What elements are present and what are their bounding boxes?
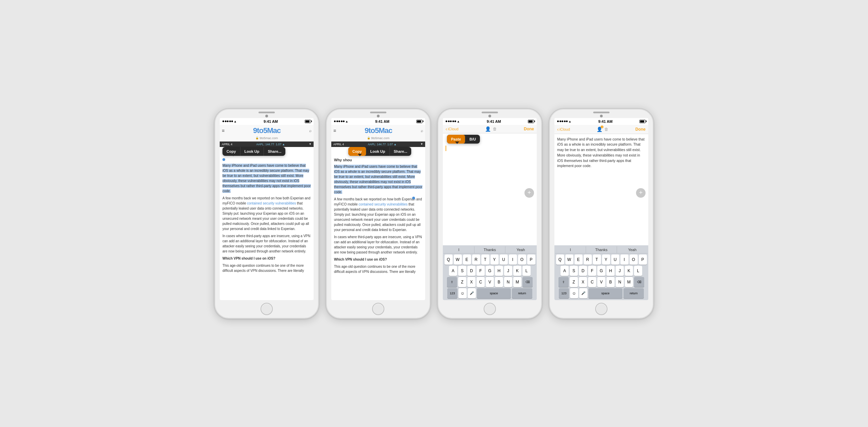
return-key[interactable]: return	[623, 288, 644, 298]
key-o[interactable]: O	[518, 254, 526, 265]
home-button[interactable]	[595, 303, 607, 315]
delete-key[interactable]: ⌫	[522, 277, 533, 287]
notes-content[interactable]: +	[443, 133, 537, 245]
key-v[interactable]: V	[486, 277, 494, 287]
key-h[interactable]: H	[495, 266, 503, 276]
person-icon[interactable]: 👤	[485, 126, 491, 132]
hamburger-icon[interactable]: ≡	[333, 128, 336, 133]
key-a[interactable]: A	[449, 266, 457, 276]
key-f[interactable]: F	[477, 266, 485, 276]
shift-key[interactable]: ⇧	[558, 277, 569, 287]
key-f[interactable]: F	[588, 266, 596, 276]
key-b[interactable]: B	[495, 277, 503, 287]
home-button[interactable]	[484, 303, 496, 315]
mic-key[interactable]: 🎤	[579, 288, 587, 298]
key-p[interactable]: P	[639, 254, 647, 265]
key-w[interactable]: W	[454, 254, 462, 265]
notes-plus-button[interactable]: +	[524, 188, 534, 198]
article-link[interactable]: contained security vulnerabilities	[358, 202, 407, 206]
space-key[interactable]: space	[477, 288, 511, 298]
notes-done-button[interactable]: Done	[524, 127, 534, 131]
key-c[interactable]: C	[477, 277, 485, 287]
mic-key[interactable]: 🎤	[468, 288, 476, 298]
share-button[interactable]: Share...	[264, 147, 286, 156]
key-t[interactable]: T	[593, 254, 601, 265]
key-z[interactable]: Z	[570, 277, 578, 287]
key-i[interactable]: I	[509, 254, 517, 265]
article-link[interactable]: contained security vulnerabilities	[247, 201, 296, 205]
home-button[interactable]	[372, 303, 384, 315]
notes-plus-button[interactable]: +	[636, 188, 646, 198]
suggestion-yeah[interactable]: Yeah	[505, 246, 536, 253]
key-m[interactable]: M	[513, 277, 521, 287]
key-d[interactable]: D	[579, 266, 587, 276]
key-r[interactable]: R	[584, 254, 592, 265]
share-button[interactable]: Share...	[390, 147, 412, 156]
key-d[interactable]: D	[467, 266, 475, 276]
shift-key[interactable]: ⇧	[447, 277, 457, 287]
address-bar[interactable]: 🔒 9to5mac.com	[331, 136, 425, 141]
emoji-key[interactable]: ☺	[570, 288, 578, 298]
key-j[interactable]: J	[616, 266, 624, 276]
trash-icon[interactable]: 🗑	[493, 127, 497, 131]
key-x[interactable]: X	[467, 277, 475, 287]
key-b[interactable]: B	[606, 277, 615, 287]
key-t[interactable]: T	[481, 254, 489, 265]
key-k[interactable]: K	[625, 266, 633, 276]
key-z[interactable]: Z	[458, 277, 466, 287]
numbers-key[interactable]: 123	[447, 288, 457, 298]
key-a[interactable]: A	[561, 266, 569, 276]
key-n[interactable]: N	[616, 277, 624, 287]
biu-button[interactable]: B/U	[465, 135, 480, 144]
key-l[interactable]: L	[522, 266, 531, 276]
notes-done-button[interactable]: Done	[635, 127, 646, 132]
return-key[interactable]: return	[512, 288, 532, 298]
key-u[interactable]: U	[500, 254, 508, 265]
key-q[interactable]: Q	[445, 254, 453, 265]
key-w[interactable]: W	[565, 254, 573, 265]
key-p[interactable]: P	[527, 254, 535, 265]
key-v[interactable]: V	[597, 277, 605, 287]
delete-key[interactable]: ⌫	[634, 277, 644, 287]
suggestion-thanks[interactable]: Thanks	[586, 246, 617, 253]
suggestion-yeah[interactable]: Yeah	[617, 246, 648, 253]
key-e[interactable]: E	[574, 254, 583, 265]
key-g[interactable]: G	[486, 266, 494, 276]
key-o[interactable]: O	[630, 254, 638, 265]
key-j[interactable]: J	[504, 266, 512, 276]
home-button[interactable]	[261, 303, 273, 315]
suggestion-i[interactable]: I	[444, 246, 474, 253]
notes-content-filled[interactable]: Many iPhone and iPad users have come to …	[554, 134, 648, 245]
notes-back-button[interactable]: ‹ iCloud	[557, 127, 570, 132]
key-k[interactable]: K	[513, 266, 521, 276]
person-badge-icon[interactable]: 👤 1	[597, 126, 602, 132]
key-s[interactable]: S	[570, 266, 578, 276]
suggestion-i[interactable]: I	[555, 246, 586, 253]
key-u[interactable]: U	[611, 254, 619, 265]
key-y[interactable]: Y	[490, 254, 499, 265]
key-c[interactable]: C	[588, 277, 596, 287]
key-m[interactable]: M	[625, 277, 633, 287]
hamburger-icon[interactable]: ≡	[222, 128, 224, 133]
key-x[interactable]: X	[579, 277, 587, 287]
key-e[interactable]: E	[463, 254, 471, 265]
key-r[interactable]: R	[472, 254, 480, 265]
trash-icon[interactable]: 🗑	[604, 127, 608, 132]
look-up-button[interactable]: Look Up	[366, 147, 390, 156]
key-n[interactable]: N	[504, 277, 512, 287]
numbers-key[interactable]: 123	[559, 288, 569, 298]
suggestion-thanks[interactable]: Thanks	[474, 246, 505, 253]
key-s[interactable]: S	[458, 266, 466, 276]
copy-button[interactable]: Copy	[348, 147, 366, 156]
address-bar[interactable]: 🔒 9to5mac.com	[220, 136, 314, 141]
space-key[interactable]: space	[588, 288, 622, 298]
look-up-button[interactable]: Look Up	[240, 147, 264, 156]
key-h[interactable]: H	[606, 266, 615, 276]
key-l[interactable]: L	[634, 266, 642, 276]
key-q[interactable]: Q	[556, 254, 564, 265]
key-g[interactable]: G	[597, 266, 605, 276]
search-icon[interactable]: ⌕	[421, 128, 423, 133]
emoji-key[interactable]: ☺	[458, 288, 467, 298]
notes-back-button[interactable]: ‹ iCloud	[446, 126, 458, 132]
key-i[interactable]: I	[620, 254, 629, 265]
